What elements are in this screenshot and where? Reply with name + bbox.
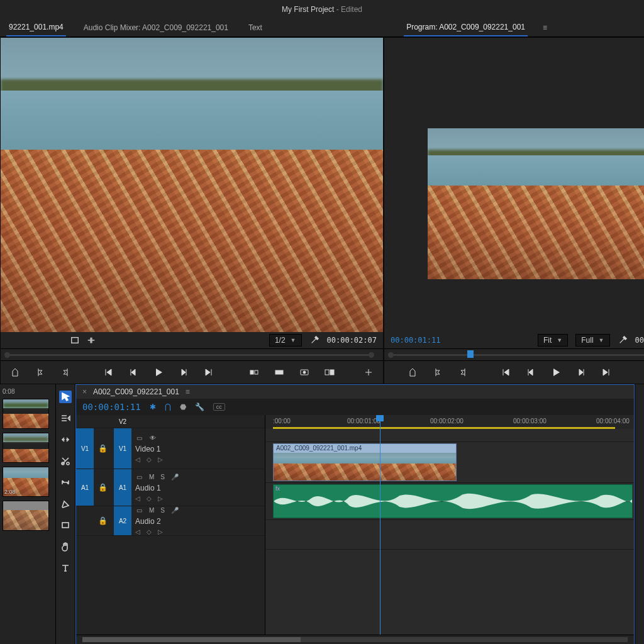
track-a1[interactable]: fx xyxy=(265,483,634,520)
rectangle-tool[interactable] xyxy=(59,519,72,531)
track-header-v1[interactable]: V1 🔒 V1 ▭ 👁 Video 1 ◁◇▷ xyxy=(76,428,265,469)
tab-program-monitor[interactable]: Program: A002_C009_092221_001 xyxy=(404,19,528,36)
mark-out-button[interactable] xyxy=(60,367,71,378)
step-back-button[interactable] xyxy=(128,367,139,378)
add-marker-button[interactable] xyxy=(9,367,21,378)
timeline-zoom-scroll[interactable] xyxy=(76,635,634,644)
add-marker-icon[interactable]: ⬣ xyxy=(180,402,186,411)
source-info-bar: 1/2▼ 00:00:02:07 xyxy=(1,332,383,348)
track-select-tool[interactable] xyxy=(59,412,72,425)
ripple-edit-tool[interactable] xyxy=(59,433,72,446)
timeline-ruler[interactable]: :00:00 00:00:01:00 00:00:02:00 00:00:03:… xyxy=(265,415,634,430)
track-a2[interactable] xyxy=(265,520,634,550)
next-keyframe-icon[interactable]: ▷ xyxy=(158,456,163,463)
track-header-a1[interactable]: A1 🔒 A1 ▭ M S 🎤 Audio 1 ◁◇▷ xyxy=(76,469,265,506)
program-play-button[interactable] xyxy=(550,367,562,378)
voiceover-record-icon[interactable]: 🎤 xyxy=(171,474,179,481)
toggle-eye-icon[interactable]: 👁 xyxy=(149,435,157,442)
overwrite-button[interactable] xyxy=(274,367,285,378)
program-zoom-dropdown[interactable]: Fit▼ xyxy=(538,334,568,347)
comparison-view-button[interactable] xyxy=(324,367,335,378)
mute-button[interactable]: M xyxy=(149,474,154,480)
project-clip-thumb[interactable] xyxy=(3,433,49,463)
source-timecode[interactable]: 00:00:02:07 xyxy=(327,336,377,345)
solo-button[interactable]: S xyxy=(160,474,165,480)
source-transport xyxy=(1,360,383,384)
prev-keyframe-icon[interactable]: ◁ xyxy=(135,456,140,463)
audio-clip[interactable]: fx xyxy=(273,484,633,518)
panel-menu-icon[interactable]: ≡ xyxy=(543,23,547,32)
selection-tool[interactable] xyxy=(59,391,72,403)
program-zoom-bar[interactable] xyxy=(384,348,644,360)
source-video-area[interactable] xyxy=(1,38,383,332)
timeline-settings-wrench-icon[interactable]: 🔧 xyxy=(195,402,204,411)
timeline-current-timecode[interactable]: 00:00:01:11 xyxy=(82,402,141,412)
project-panel: 0:08 2:08 xyxy=(0,384,56,644)
track-v1[interactable]: A002_C009_092221_001.mp4 xyxy=(265,442,634,483)
linked-selection-icon[interactable]: ⋂ xyxy=(165,402,171,411)
play-button[interactable] xyxy=(153,367,164,378)
source-zoom-bar[interactable] xyxy=(1,348,383,360)
program-monitor-panel: 00:00:01:11 Fit▼ Full▼ 00:00:04:07 xyxy=(384,37,644,384)
program-settings-wrench-icon[interactable] xyxy=(618,335,628,345)
program-add-marker-button[interactable] xyxy=(407,367,418,378)
lock-icon[interactable]: 🔒 xyxy=(94,506,111,535)
svg-rect-2 xyxy=(255,370,258,374)
hand-tool[interactable] xyxy=(59,540,72,553)
project-clip-thumb[interactable] xyxy=(3,399,49,429)
track-v2[interactable] xyxy=(265,429,634,442)
project-clip-thumb[interactable] xyxy=(3,501,49,531)
mark-in-button[interactable] xyxy=(35,367,46,378)
project-title: My First Project xyxy=(282,5,334,14)
svg-rect-3 xyxy=(275,370,283,374)
razor-tool[interactable] xyxy=(59,455,72,467)
source-resolution-dropdown[interactable]: 1/2▼ xyxy=(269,334,302,347)
close-sequence-icon[interactable]: × xyxy=(82,387,87,396)
tab-source-clip[interactable]: 92221_001.mp4 xyxy=(6,19,66,36)
program-mark-in-button[interactable] xyxy=(432,367,443,378)
svg-rect-13 xyxy=(62,523,69,528)
program-go-to-in-button[interactable] xyxy=(500,367,511,378)
program-info-bar: 00:00:01:11 Fit▼ Full▼ 00:00:04:07 xyxy=(384,332,644,348)
tab-text[interactable]: Text xyxy=(246,19,265,36)
pen-tool[interactable] xyxy=(59,497,72,510)
export-frame-button[interactable] xyxy=(299,367,310,378)
video-clip[interactable]: A002_C009_092221_001.mp4 xyxy=(273,443,457,481)
type-tool[interactable] xyxy=(59,562,72,574)
go-to-in-button[interactable] xyxy=(103,367,114,378)
track-header-v2[interactable]: V2 xyxy=(76,415,265,428)
svg-rect-6 xyxy=(325,370,329,375)
program-video-area[interactable] xyxy=(384,38,644,332)
program-go-to-out-button[interactable] xyxy=(601,367,612,378)
program-current-timecode[interactable]: 00:00:01:11 xyxy=(391,336,440,345)
caption-track-icon[interactable]: cc xyxy=(213,403,225,411)
program-step-back-button[interactable] xyxy=(525,367,536,378)
program-mark-out-button[interactable] xyxy=(457,367,469,378)
insert-button[interactable] xyxy=(248,367,260,378)
insert-overwrite-icon[interactable] xyxy=(86,335,96,345)
sequence-tab[interactable]: × A002_C009_092221_001 ≡ xyxy=(76,385,634,399)
toggle-output-icon[interactable]: ▭ xyxy=(135,474,143,481)
lock-icon[interactable]: 🔒 xyxy=(94,469,111,506)
project-status: Edited xyxy=(341,5,362,14)
project-clip-thumb[interactable]: 2:08 xyxy=(3,467,49,497)
svg-rect-0 xyxy=(72,338,79,343)
toggle-output-icon[interactable]: ▭ xyxy=(135,435,143,442)
lock-icon[interactable]: 🔒 xyxy=(94,428,111,469)
go-to-out-button[interactable] xyxy=(203,367,214,378)
program-step-forward-button[interactable] xyxy=(575,367,587,378)
program-resolution-dropdown[interactable]: Full▼ xyxy=(575,334,609,347)
source-monitor-panel: 1/2▼ 00:00:02:07 xyxy=(0,37,384,384)
slip-tool[interactable] xyxy=(59,476,72,489)
safe-margins-icon[interactable] xyxy=(70,335,80,345)
tab-audio-clip-mixer[interactable]: Audio Clip Mixer: A002_C009_092221_001 xyxy=(81,19,231,36)
program-duration-timecode[interactable]: 00:00:04:07 xyxy=(635,336,644,345)
timeline-track-area[interactable]: :00:00 00:00:01:00 00:00:02:00 00:00:03:… xyxy=(265,415,634,635)
playhead[interactable] xyxy=(380,415,380,635)
track-header-a2[interactable]: 🔒 A2 ▭ M S 🎤 Audio 2 ◁◇▷ xyxy=(76,506,265,536)
button-editor-add-button[interactable] xyxy=(363,367,374,378)
settings-wrench-icon[interactable] xyxy=(309,335,319,345)
snap-toggle-icon[interactable]: ✱ xyxy=(150,402,156,411)
add-keyframe-icon[interactable]: ◇ xyxy=(147,456,152,463)
step-forward-button[interactable] xyxy=(178,367,189,378)
